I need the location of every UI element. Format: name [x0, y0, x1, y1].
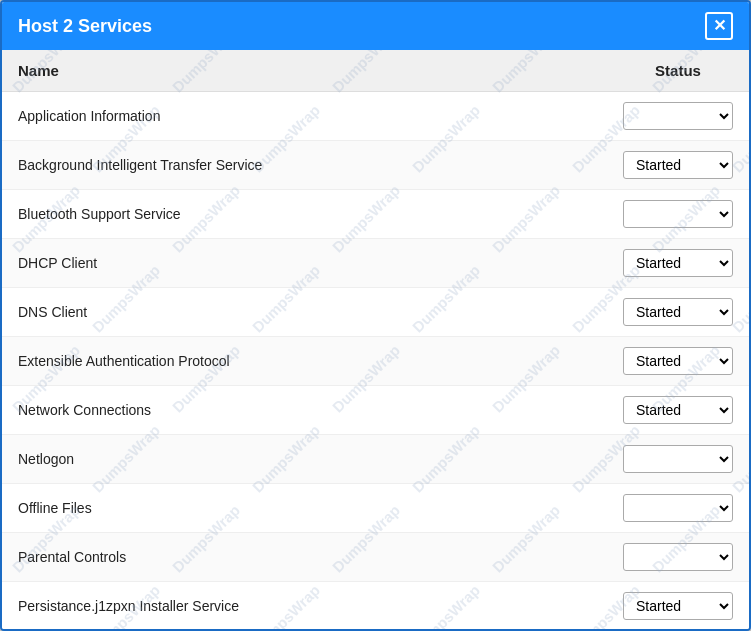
- service-status-cell: StartedStoppedPaused: [607, 582, 749, 630]
- service-status-cell: StartedStoppedPaused: [607, 92, 749, 141]
- table-row: Bluetooth Support ServiceStartedStoppedP…: [2, 190, 749, 239]
- service-name: Background Intelligent Transfer Service: [2, 141, 607, 190]
- services-table: Name Status Application InformationStart…: [2, 50, 749, 629]
- table-row: Parental ControlsStartedStoppedPaused: [2, 533, 749, 582]
- service-status-cell: StartedStoppedPaused: [607, 141, 749, 190]
- service-status-select[interactable]: StartedStoppedPaused: [623, 151, 733, 179]
- status-column-header: Status: [607, 50, 749, 92]
- service-name: Offline Files: [2, 484, 607, 533]
- service-status-cell: StartedStoppedPaused: [607, 484, 749, 533]
- table-row: Offline FilesStartedStoppedPaused: [2, 484, 749, 533]
- table-row: Background Intelligent Transfer ServiceS…: [2, 141, 749, 190]
- service-name: Persistance.j1zpxn Installer Service: [2, 582, 607, 630]
- name-column-header: Name: [2, 50, 607, 92]
- table-row: DNS ClientStartedStoppedPaused: [2, 288, 749, 337]
- host-services-window: Host 2 Services ✕ DumpsWrapDumpsWrapDump…: [0, 0, 751, 631]
- service-name: Application Information: [2, 92, 607, 141]
- service-status-select[interactable]: StartedStoppedPaused: [623, 543, 733, 571]
- service-name: DNS Client: [2, 288, 607, 337]
- service-status-cell: StartedStoppedPaused: [607, 386, 749, 435]
- service-status-select[interactable]: StartedStoppedPaused: [623, 347, 733, 375]
- service-status-cell: StartedStoppedPaused: [607, 239, 749, 288]
- table-row: Application InformationStartedStoppedPau…: [2, 92, 749, 141]
- table-header-row: Name Status: [2, 50, 749, 92]
- table-row: NetlogonStartedStoppedPaused: [2, 435, 749, 484]
- service-status-select[interactable]: StartedStoppedPaused: [623, 102, 733, 130]
- service-status-select[interactable]: StartedStoppedPaused: [623, 200, 733, 228]
- service-name: Extensible Authentication Protocol: [2, 337, 607, 386]
- service-name: Netlogon: [2, 435, 607, 484]
- service-status-cell: StartedStoppedPaused: [607, 190, 749, 239]
- service-status-cell: StartedStoppedPaused: [607, 533, 749, 582]
- service-status-cell: StartedStoppedPaused: [607, 337, 749, 386]
- title-bar: Host 2 Services ✕: [2, 2, 749, 50]
- table-row: DHCP ClientStartedStoppedPaused: [2, 239, 749, 288]
- service-name: Parental Controls: [2, 533, 607, 582]
- table-body: Application InformationStartedStoppedPau…: [2, 92, 749, 630]
- table-container: DumpsWrapDumpsWrapDumpsWrapDumpsWrapDump…: [2, 50, 749, 629]
- window-title: Host 2 Services: [18, 16, 152, 37]
- service-status-select[interactable]: StartedStoppedPaused: [623, 445, 733, 473]
- service-name: Network Connections: [2, 386, 607, 435]
- service-status-select[interactable]: StartedStoppedPaused: [623, 396, 733, 424]
- service-name: Bluetooth Support Service: [2, 190, 607, 239]
- service-status-select[interactable]: StartedStoppedPaused: [623, 298, 733, 326]
- service-status-select[interactable]: StartedStoppedPaused: [623, 592, 733, 620]
- service-status-cell: StartedStoppedPaused: [607, 288, 749, 337]
- close-button[interactable]: ✕: [705, 12, 733, 40]
- table-row: Extensible Authentication ProtocolStarte…: [2, 337, 749, 386]
- service-status-select[interactable]: StartedStoppedPaused: [623, 494, 733, 522]
- service-name: DHCP Client: [2, 239, 607, 288]
- service-status-cell: StartedStoppedPaused: [607, 435, 749, 484]
- table-row: Persistance.j1zpxn Installer ServiceStar…: [2, 582, 749, 630]
- service-status-select[interactable]: StartedStoppedPaused: [623, 249, 733, 277]
- table-row: Network ConnectionsStartedStoppedPaused: [2, 386, 749, 435]
